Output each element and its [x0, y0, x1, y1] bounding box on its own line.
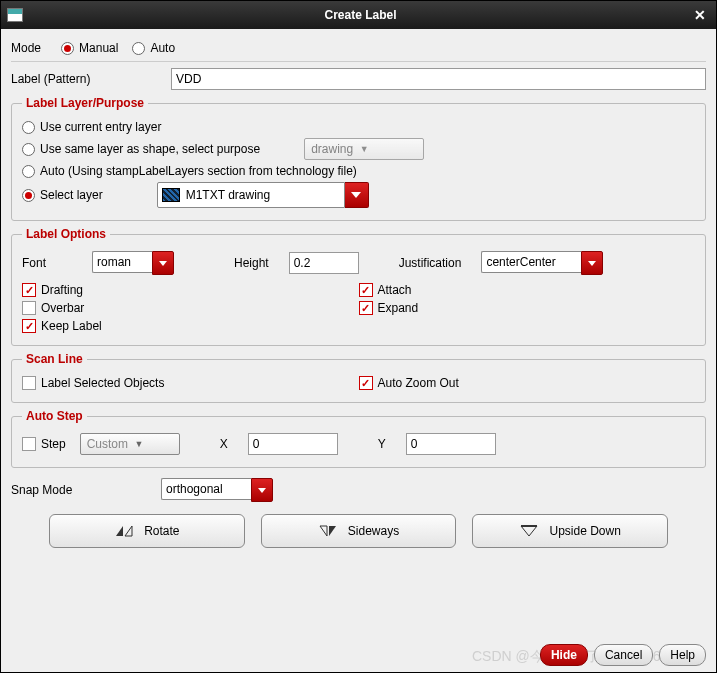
cancel-button[interactable]: Cancel — [594, 644, 653, 666]
layer-current-label: Use current entry layer — [40, 120, 161, 134]
scan-group: Scan Line Label Selected Objects Auto Zo… — [11, 352, 706, 403]
lblsel-label: Label Selected Objects — [41, 376, 164, 390]
title-bar: Create Label ✕ — [1, 1, 716, 29]
help-label: Help — [670, 648, 695, 662]
height-input[interactable] — [289, 252, 359, 274]
radio-icon — [22, 121, 35, 134]
mode-manual-label: Manual — [79, 41, 118, 55]
layer-select-radio[interactable]: Select layer — [22, 188, 103, 202]
y-input[interactable] — [406, 433, 496, 455]
scan-legend: Scan Line — [22, 352, 87, 366]
layer-combo[interactable]: M1TXT drawing — [157, 182, 345, 208]
mode-label: Mode — [11, 41, 41, 55]
purpose-select[interactable]: drawing ▼ — [304, 138, 424, 160]
snap-value[interactable] — [161, 478, 251, 500]
expand-label: Expand — [378, 301, 419, 315]
upside-icon — [519, 524, 539, 538]
autostep-legend: Auto Step — [22, 409, 87, 423]
check-icon — [359, 283, 373, 297]
autozoom-label: Auto Zoom Out — [378, 376, 459, 390]
chevron-down-icon[interactable] — [581, 251, 603, 275]
layer-auto-label: Auto (Using stampLabelLayers section fro… — [40, 164, 357, 178]
attach-label: Attach — [378, 283, 412, 297]
chevron-down-icon[interactable] — [152, 251, 174, 275]
rotate-button[interactable]: Rotate — [49, 514, 245, 548]
check-icon — [22, 283, 36, 297]
sideways-icon — [318, 524, 338, 538]
layer-group: Label Layer/Purpose Use current entry la… — [11, 96, 706, 221]
layer-value: M1TXT drawing — [186, 188, 270, 202]
window-icon — [7, 8, 23, 22]
layer-select-label: Select layer — [40, 188, 103, 202]
radio-icon — [61, 42, 74, 55]
upside-button[interactable]: Upside Down — [472, 514, 668, 548]
svg-marker-2 — [320, 526, 327, 536]
radio-icon — [22, 189, 35, 202]
pattern-label: Label (Pattern) — [11, 72, 151, 86]
close-icon[interactable]: ✕ — [690, 7, 710, 23]
step-select[interactable]: Custom ▼ — [80, 433, 180, 455]
hide-label: Hide — [551, 648, 577, 662]
drafting-check[interactable]: Drafting — [22, 283, 83, 297]
options-legend: Label Options — [22, 227, 110, 241]
overbar-label: Overbar — [41, 301, 84, 315]
keep-check[interactable]: Keep Label — [22, 319, 102, 333]
step-label: Step — [41, 437, 66, 451]
purpose-value: drawing — [311, 142, 353, 156]
radio-icon — [22, 143, 35, 156]
svg-marker-3 — [329, 526, 336, 536]
just-value[interactable] — [481, 251, 581, 273]
autozoom-check[interactable]: Auto Zoom Out — [359, 376, 459, 390]
snap-select[interactable] — [161, 478, 273, 502]
layer-auto-radio[interactable]: Auto (Using stampLabelLayers section fro… — [22, 164, 357, 178]
font-select[interactable] — [92, 251, 174, 275]
pattern-row: Label (Pattern) — [11, 68, 706, 90]
sideways-button[interactable]: Sideways — [261, 514, 457, 548]
drafting-label: Drafting — [41, 283, 83, 297]
expand-check[interactable]: Expand — [359, 301, 419, 315]
transform-buttons: Rotate Sideways Upside Down — [11, 510, 706, 552]
check-icon — [22, 301, 36, 315]
font-value[interactable] — [92, 251, 152, 273]
check-icon — [359, 376, 373, 390]
layer-current-radio[interactable]: Use current entry layer — [22, 120, 161, 134]
hide-button[interactable]: Hide — [540, 644, 588, 666]
height-label: Height — [234, 256, 269, 270]
check-icon — [22, 319, 36, 333]
check-icon — [359, 301, 373, 315]
y-label: Y — [378, 437, 386, 451]
mode-manual-radio[interactable]: Manual — [61, 41, 118, 55]
x-label: X — [220, 437, 228, 451]
window-title: Create Label — [31, 8, 690, 22]
lblsel-check[interactable]: Label Selected Objects — [22, 376, 164, 390]
attach-check[interactable]: Attach — [359, 283, 412, 297]
mode-auto-radio[interactable]: Auto — [132, 41, 175, 55]
chevron-down-icon[interactable] — [251, 478, 273, 502]
radio-icon — [22, 165, 35, 178]
svg-rect-5 — [521, 525, 537, 527]
rotate-label: Rotate — [144, 524, 179, 538]
layer-dropdown-button[interactable] — [345, 182, 369, 208]
layer-same-radio[interactable]: Use same layer as shape, select purpose — [22, 142, 260, 156]
layer-swatch-icon — [162, 188, 180, 202]
pattern-input[interactable] — [171, 68, 706, 90]
divider — [11, 61, 706, 62]
overbar-check[interactable]: Overbar — [22, 301, 84, 315]
layer-same-label: Use same layer as shape, select purpose — [40, 142, 260, 156]
check-icon — [22, 437, 36, 451]
layer-legend: Label Layer/Purpose — [22, 96, 148, 110]
radio-icon — [132, 42, 145, 55]
step-check[interactable]: Step — [22, 437, 66, 451]
chevron-down-icon: ▼ — [132, 439, 146, 449]
options-group: Label Options Font Height Justification … — [11, 227, 706, 346]
help-button[interactable]: Help — [659, 644, 706, 666]
step-value: Custom — [87, 437, 128, 451]
cancel-label: Cancel — [605, 648, 642, 662]
sideways-label: Sideways — [348, 524, 399, 538]
x-input[interactable] — [248, 433, 338, 455]
mode-row: Mode Manual Auto — [11, 41, 706, 55]
create-label-dialog: Create Label ✕ Mode Manual Auto Label (P… — [0, 0, 717, 673]
just-select[interactable] — [481, 251, 603, 275]
svg-marker-0 — [116, 526, 123, 536]
rotate-icon — [114, 524, 134, 538]
